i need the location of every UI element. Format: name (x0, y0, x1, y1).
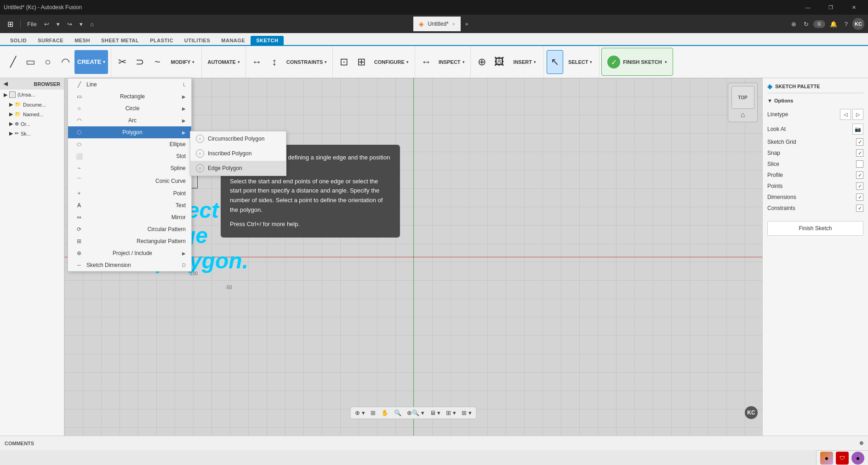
points-checkbox[interactable]: ✓ (856, 182, 863, 190)
profile-checkbox[interactable]: ✓ (856, 171, 863, 179)
vp-grid-btn[interactable]: ⊞ (369, 408, 377, 417)
menu-item-spline[interactable]: ~ Spline (68, 162, 191, 174)
tab-sketch[interactable]: SKETCH (251, 36, 284, 45)
redo-dropdown[interactable]: ▾ (77, 19, 86, 29)
vp-pan-btn[interactable]: ✋ (379, 408, 390, 417)
menu-item-point[interactable]: + Point (68, 187, 191, 199)
insert-btn2[interactable]: 🖼 (491, 50, 508, 74)
menu-item-polygon[interactable]: ⬡ Polygon ▶ (68, 126, 191, 138)
menu-item-arc[interactable]: ◠ Arc ▶ (68, 114, 191, 126)
look-at-button[interactable]: 📷 (852, 124, 863, 135)
menu-item-line[interactable]: ╱ Line L (68, 79, 191, 91)
menu-item-text[interactable]: A Text (68, 199, 191, 211)
menu-item-project-include[interactable]: ⊕ Project / Include ▶ (68, 247, 191, 259)
select-dropdown-btn[interactable]: SELECT ▾ (564, 50, 596, 74)
autodesk-tray-icon[interactable]: ● (820, 452, 833, 465)
vert-btn[interactable]: ↕ (266, 50, 283, 74)
menu-item-mirror[interactable]: ⇔ Mirror (68, 211, 191, 223)
menu-item-ellipse[interactable]: ⬭ Ellipse (68, 138, 191, 150)
menu-item-slot[interactable]: ⬜ Slot (68, 150, 191, 162)
vp-zoom-ext-btn[interactable]: ⊕🔍 ▾ (405, 408, 426, 417)
snap-checkbox[interactable]: ✓ (856, 149, 863, 157)
vp-zoom-btn[interactable]: 🔍 (392, 408, 403, 417)
menu-item-rect-pattern[interactable]: ⊞ Rectangular Pattern (68, 235, 191, 247)
browser-item-document[interactable]: ▶ 📁 Docume... (0, 100, 64, 109)
tab-plastic[interactable]: PLASTIC (144, 36, 179, 45)
configure-btn1[interactable]: ⊡ (336, 50, 352, 74)
insert-dropdown-btn[interactable]: INSERT ▾ (508, 50, 541, 74)
linetype-right-icon[interactable]: ▷ (852, 109, 863, 120)
file-button[interactable]: File (24, 19, 40, 29)
tab-solid[interactable]: SOLID (5, 36, 32, 45)
online-button[interactable]: ⊕ (788, 19, 799, 29)
app-menu-icon[interactable]: ⊞ (4, 17, 17, 30)
tab-close-button[interactable]: × (452, 22, 455, 27)
menu-item-circular-pattern[interactable]: ⟳ Circular Pattern (68, 223, 191, 235)
inspect-btn[interactable]: ↔ (418, 50, 434, 74)
minimize-button[interactable]: — (797, 0, 818, 15)
dimensions-checkbox[interactable]: ✓ (856, 193, 863, 201)
vp-grid-settings-btn[interactable]: ⊞ ▾ (444, 408, 458, 417)
spline-btn[interactable]: ~ (149, 50, 166, 74)
menu-item-rectangle[interactable]: ▭ Rectangle ▶ (68, 91, 191, 102)
browser-item-component[interactable]: ▶ (Unsa... (0, 90, 64, 100)
document-tab[interactable]: ◈ Untitled* × (413, 17, 460, 31)
automate-dropdown-btn[interactable]: AUTOMATE ▾ (205, 50, 242, 74)
arc-btn[interactable]: ◠ (57, 50, 74, 74)
browser-item-sketch[interactable]: ▶ ✏ Sk... (0, 129, 64, 138)
slice-checkbox[interactable] (856, 160, 863, 168)
browser-header[interactable]: ◀ BROWSER (0, 78, 64, 90)
browser-item-origin[interactable]: ▶ ⊕ Or... (0, 119, 64, 129)
version-badge[interactable]: ① (813, 20, 825, 28)
submenu-circumscribed[interactable]: ○ Circumscribed Polygon (190, 131, 286, 146)
menu-item-circle[interactable]: ○ Circle ▶ (68, 102, 191, 114)
scissors-btn[interactable]: ✂ (114, 50, 131, 74)
finish-sketch-ribbon-btn[interactable]: ✓ FINISH SKETCH ▾ (605, 50, 669, 74)
tab-surface[interactable]: SURFACE (32, 36, 69, 45)
comments-add-icon[interactable]: ⊕ (859, 440, 863, 446)
sketch-grid-checkbox[interactable]: ✓ (856, 138, 863, 146)
horiz-btn[interactable]: ↔ (249, 50, 265, 74)
vp-move-btn[interactable]: ⊕ ▾ (353, 408, 367, 417)
configure-btn2[interactable]: ⊞ (353, 50, 370, 74)
vp-display-btn[interactable]: 🖥 ▾ (428, 408, 443, 417)
linetype-left-icon[interactable]: ◁ (840, 109, 851, 120)
tab-utilities[interactable]: UTILITIES (179, 36, 216, 45)
browser-item-named[interactable]: ▶ 📁 Named... (0, 109, 64, 119)
menu-item-conic[interactable]: ⌒ Conic Curve (68, 174, 191, 187)
home-button[interactable]: ⌂ (87, 19, 97, 29)
submenu-edge[interactable]: ○ Edge Polygon (190, 161, 286, 176)
submenu-inscribed[interactable]: ○ Inscribed Polygon (190, 146, 286, 161)
corner-button[interactable]: KC (745, 406, 758, 419)
tab-manage[interactable]: MANAGE (216, 36, 251, 45)
line-btn[interactable]: ╱ (5, 50, 21, 74)
nav-home-icon[interactable]: ⌂ (741, 111, 745, 119)
security-tray-icon[interactable]: 🛡 (836, 452, 849, 465)
redo-button[interactable]: ↪ (64, 19, 75, 29)
constraints-checkbox[interactable]: ✓ (856, 204, 863, 212)
new-tab-button[interactable]: + (463, 19, 472, 29)
configure-dropdown-btn[interactable]: CONFIGURE ▾ (371, 50, 412, 74)
view-cube[interactable]: TOP (731, 86, 754, 109)
refresh-button[interactable]: ↻ (801, 19, 811, 29)
tab-mesh[interactable]: MESH (69, 36, 96, 45)
user-avatar[interactable]: KC (852, 18, 864, 30)
rect-btn[interactable]: ▭ (22, 50, 39, 74)
insert-btn1[interactable]: ⊕ (474, 50, 490, 74)
modify-dropdown-btn[interactable]: MODIFY ▾ (166, 50, 199, 74)
purple-tray-icon[interactable]: ● (851, 452, 864, 465)
finish-sketch-palette-btn[interactable]: Finish Sketch (767, 221, 863, 236)
vp-view-btn[interactable]: ⊞ ▾ (460, 408, 474, 417)
notification-button[interactable]: 🔔 (827, 19, 840, 29)
select-btn[interactable]: ↖ (547, 50, 563, 74)
constraints-dropdown-btn[interactable]: CONSTRAINTS ▾ (284, 50, 330, 74)
tab-sheet-metal[interactable]: SHEET METAL (96, 36, 144, 45)
extend-btn[interactable]: ⊃ (131, 50, 148, 74)
circle-btn[interactable]: ○ (40, 50, 56, 74)
maximize-button[interactable]: ❐ (820, 0, 841, 15)
create-dropdown-btn[interactable]: CREATE ▾ (74, 50, 108, 74)
menu-item-sketch-dimension[interactable]: ↔ Sketch Dimension D (68, 259, 191, 271)
undo-dropdown[interactable]: ▾ (54, 19, 63, 29)
close-button[interactable]: ✕ (843, 0, 864, 15)
undo-button[interactable]: ↩ (41, 19, 52, 29)
